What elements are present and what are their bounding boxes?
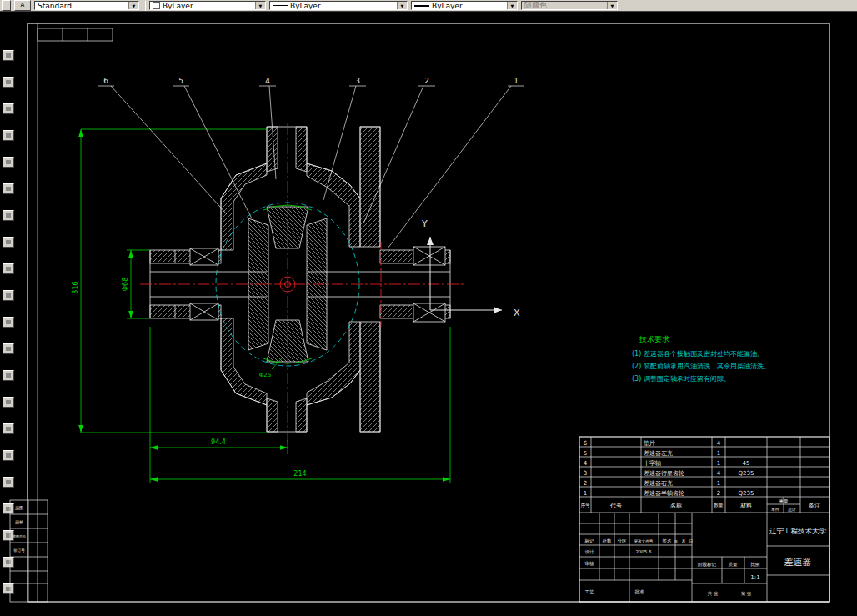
callout-1: 1 bbox=[514, 77, 519, 85]
lineweight-sample-icon bbox=[414, 5, 429, 7]
bom-no: 4 bbox=[584, 460, 588, 467]
bom-qty: 4 bbox=[717, 440, 721, 447]
label-process: 工艺 bbox=[585, 589, 595, 594]
ucs-x-label: X bbox=[514, 308, 520, 318]
chevron-down-icon[interactable]: ▼ bbox=[255, 2, 265, 9]
bom-header-weight-total: 总计 bbox=[788, 507, 796, 512]
bom-name: 差速器左壳 bbox=[644, 450, 673, 457]
color-combo[interactable]: ByLayer ▼ bbox=[149, 1, 266, 10]
lineweight-combo[interactable]: ByLayer ▼ bbox=[411, 1, 518, 10]
bom-name: 差速器行星齿轮 bbox=[644, 470, 684, 477]
bom-name: 差速器半轴齿轮 bbox=[644, 490, 684, 497]
text-style-icon[interactable]: A bbox=[14, 0, 31, 11]
label-sign: 签名 bbox=[663, 538, 672, 544]
bom-material: Q235 bbox=[739, 470, 754, 477]
bom-table: 6 5 4 3 2 1 4 1 1 4 1 2 45 Q235 Q235 垫片 … bbox=[581, 440, 821, 512]
differential-housing-section[interactable] bbox=[221, 127, 380, 432]
chevron-down-icon[interactable]: ▼ bbox=[128, 2, 138, 9]
bom-name: 十字轴 bbox=[644, 460, 661, 467]
value-design-date: 2005.6 bbox=[635, 549, 652, 554]
linetype-combo[interactable]: ByLayer ▼ bbox=[269, 1, 408, 10]
dim-note: Φ25 bbox=[259, 372, 271, 378]
chevron-down-icon[interactable]: ▼ bbox=[607, 2, 617, 9]
dim-overall-length: 214 bbox=[293, 470, 306, 478]
label-count: 处数 bbox=[603, 538, 613, 544]
bom-material: 45 bbox=[743, 460, 750, 467]
bom-qty: 4 bbox=[717, 470, 721, 477]
tech-req-item: (1) 差速器各个接触面及密封处均不能漏油。 bbox=[632, 350, 764, 358]
callout-2: 2 bbox=[424, 77, 429, 85]
bom-header-material: 材料 bbox=[740, 503, 752, 509]
drawing-title: 差速器 bbox=[784, 557, 812, 568]
bom-qty: 1 bbox=[717, 460, 720, 467]
technical-requirements: 技术要求 (1) 差速器各个接触面及密封处均不能漏油。 (2) 装配前轴承用汽油… bbox=[632, 335, 770, 383]
label-stage: 阶段标记 bbox=[698, 562, 717, 568]
frame-corner-box bbox=[38, 28, 113, 41]
bom-no: 2 bbox=[584, 480, 587, 487]
label-approve: 批准 bbox=[635, 589, 645, 595]
bom-header-code: 代号 bbox=[609, 503, 622, 509]
ucs-y-label: Y bbox=[421, 218, 428, 229]
border-table-label: 描图 bbox=[15, 505, 23, 511]
dim-half-length: 94.4 bbox=[211, 438, 226, 446]
bom-header-remark: 备注 bbox=[809, 502, 820, 509]
plotstyle-value: 随颜色 bbox=[524, 1, 607, 10]
bom-qty: 1 bbox=[717, 450, 720, 457]
label-check: 审核 bbox=[585, 561, 595, 566]
label-sheet: 第 张 bbox=[741, 591, 752, 597]
chevron-down-icon[interactable]: ▼ bbox=[507, 2, 517, 9]
bom-no: 6 bbox=[584, 440, 588, 447]
toolbar-partial-button[interactable] bbox=[2, 0, 11, 11]
border-table: 描图 描校 底图总号 装订号 bbox=[10, 500, 48, 602]
tech-req-item: (3) 调整固定轴承时应留有间隙。 bbox=[632, 375, 730, 383]
bom-material: Q235 bbox=[739, 490, 754, 497]
top-toolbar: A Standard ▼ ByLayer ▼ ByLayer ▼ ByLayer… bbox=[0, 0, 857, 12]
label-scale: 比例 bbox=[751, 562, 760, 568]
organization-name: 辽宁工程技术大学 bbox=[769, 527, 827, 535]
label-date: 年、月、日 bbox=[674, 539, 694, 543]
value-scale: 1:1 bbox=[750, 574, 759, 581]
label-mark: 标记 bbox=[584, 538, 595, 544]
plotstyle-combo[interactable]: 随颜色 ▼ bbox=[521, 1, 618, 10]
text-style-combo[interactable]: Standard ▼ bbox=[34, 1, 139, 10]
bom-header-no: 序号 bbox=[581, 503, 591, 508]
tech-req-title: 技术要求 bbox=[639, 335, 669, 343]
label-sheets: 共 张 bbox=[707, 591, 719, 597]
label-zone: 分区 bbox=[618, 538, 628, 543]
title-block-grid bbox=[579, 437, 829, 602]
linetype-value: ByLayer bbox=[290, 2, 397, 10]
centerlines bbox=[140, 123, 464, 443]
bom-no: 5 bbox=[584, 450, 587, 457]
callout-5: 5 bbox=[178, 77, 183, 85]
border-table-label: 装订号 bbox=[13, 548, 25, 553]
bom-name: 差速器右壳 bbox=[644, 480, 673, 487]
color-value: ByLayer bbox=[163, 2, 255, 10]
bom-header-qty: 数量 bbox=[714, 503, 724, 508]
linetype-sample-icon bbox=[273, 5, 288, 6]
color-swatch bbox=[153, 2, 160, 9]
bom-qty: 2 bbox=[717, 490, 720, 497]
toolbar-separator bbox=[143, 1, 146, 11]
callout-6: 6 bbox=[103, 77, 108, 85]
bom-header-weight-unit: 单件 bbox=[771, 507, 779, 512]
callout-3: 3 bbox=[355, 77, 360, 85]
chevron-down-icon[interactable]: ▼ bbox=[397, 2, 407, 9]
title-block: 标记 处数 分区 更改文件号 签名 年、月、日 设计 2005.6 审核 工艺 … bbox=[584, 527, 827, 597]
callout-numbers: 6 5 4 3 2 1 bbox=[103, 77, 519, 85]
dim-overall-height: 316 bbox=[72, 281, 79, 293]
cad-application-window: { "toolbar": { "style_combo": {"value": … bbox=[0, 0, 857, 616]
drawing-canvas[interactable]: 316 Φ68 94.4 214 Φ25 6 5 4 3 2 1 Y X 技术要… bbox=[0, 12, 857, 616]
bom-no: 3 bbox=[584, 470, 587, 477]
callout-4: 4 bbox=[265, 77, 270, 85]
label-design: 设计 bbox=[585, 549, 595, 554]
border-table-label: 底图总号 bbox=[13, 534, 26, 538]
tech-req-item: (2) 装配前轴承用汽油清洗，其余用柴油清洗。 bbox=[632, 363, 770, 370]
lineweight-value: ByLayer bbox=[432, 2, 507, 10]
bom-name: 垫片 bbox=[643, 440, 655, 447]
bom-qty: 1 bbox=[717, 480, 720, 487]
label-doc-no: 更改文件号 bbox=[634, 538, 654, 543]
bom-header-weight: 重量 bbox=[779, 498, 789, 503]
border-table-label: 描校 bbox=[15, 519, 23, 525]
label-mass: 质量 bbox=[729, 562, 739, 567]
dim-shaft-dia: Φ68 bbox=[122, 278, 129, 291]
